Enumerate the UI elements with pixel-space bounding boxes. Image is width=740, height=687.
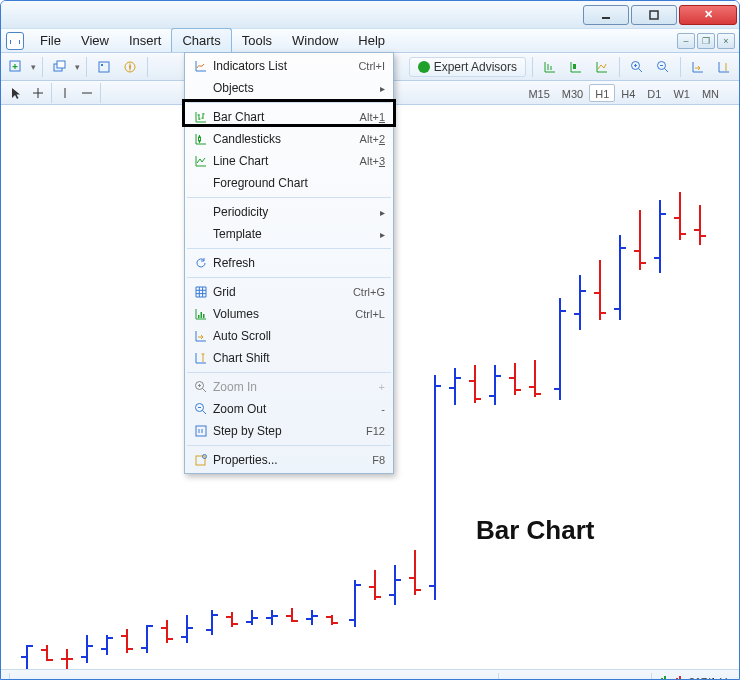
- menu-item[interactable]: Objects: [185, 77, 393, 99]
- menu-item-label: Indicators List: [213, 59, 337, 73]
- svg-rect-14: [198, 315, 200, 318]
- menu-view[interactable]: View: [71, 29, 119, 53]
- menu-item-label: Refresh: [213, 256, 337, 270]
- refresh-icon: [189, 256, 213, 270]
- zoom-in-button[interactable]: [626, 57, 648, 77]
- menu-item-label: Step by Step: [213, 424, 337, 438]
- menu-item-label: Candlesticks: [213, 132, 337, 146]
- menu-file[interactable]: File: [30, 29, 71, 53]
- vline-icon: [59, 87, 71, 99]
- menu-item[interactable]: VolumesCtrl+L: [185, 303, 393, 325]
- menu-item[interactable]: GridCtrl+G: [185, 281, 393, 303]
- menu-hotkey: +: [337, 381, 385, 393]
- menu-item[interactable]: Refresh: [185, 252, 393, 274]
- menu-item[interactable]: Properties...F8: [185, 449, 393, 471]
- ea-label-text: Expert Advisors: [434, 60, 517, 74]
- child-minimize-button[interactable]: –: [677, 33, 695, 49]
- menu-item-label: Line Chart: [213, 154, 337, 168]
- indicators-icon: [189, 59, 213, 73]
- menu-tools[interactable]: Tools: [232, 29, 282, 53]
- menu-item[interactable]: Line ChartAlt+3: [185, 150, 393, 172]
- chartshift-icon: [189, 351, 213, 365]
- menu-item[interactable]: Indicators ListCtrl+I: [185, 55, 393, 77]
- tf-h4[interactable]: H4: [615, 84, 641, 102]
- svg-rect-6: [57, 61, 65, 68]
- menu-item[interactable]: Foreground Chart: [185, 172, 393, 194]
- tf-mn[interactable]: MN: [696, 84, 725, 102]
- svg-rect-16: [203, 314, 205, 318]
- menu-item[interactable]: Zoom Out-: [185, 398, 393, 420]
- menu-hotkey: Alt+2: [337, 133, 385, 145]
- close-button[interactable]: ✕: [679, 5, 737, 25]
- minimize-button[interactable]: [583, 5, 629, 25]
- app-window: ✕ File View Insert Charts Tools Window H…: [0, 0, 740, 680]
- svg-rect-10: [573, 64, 576, 69]
- menu-separator: [187, 372, 391, 373]
- menu-item[interactable]: Chart Shift: [185, 347, 393, 369]
- vline-tool[interactable]: [54, 83, 76, 103]
- svg-rect-8: [101, 64, 103, 66]
- tf-m30[interactable]: M30: [556, 84, 589, 102]
- hline-icon: [81, 87, 93, 99]
- menu-item[interactable]: Periodicity: [185, 201, 393, 223]
- zoom-out-icon: [189, 402, 213, 416]
- menu-hotkey: Ctrl+I: [337, 60, 385, 72]
- connection-text: 317/1 kb: [681, 676, 731, 681]
- plus-icon: [9, 60, 23, 74]
- tf-w1[interactable]: W1: [667, 84, 696, 102]
- connection-status-icon: [652, 676, 681, 681]
- new-chart-button[interactable]: [5, 57, 27, 77]
- candle-chart-button[interactable]: [565, 57, 587, 77]
- svg-rect-0: [602, 17, 610, 19]
- cursor-icon: [10, 87, 22, 99]
- zoom-in-icon: [189, 380, 213, 394]
- bar-chart-icon: [543, 60, 557, 74]
- child-restore-button[interactable]: ❐: [697, 33, 715, 49]
- bar-chart-icon: [189, 110, 213, 124]
- menu-item[interactable]: Template: [185, 223, 393, 245]
- bar-chart-button[interactable]: [539, 57, 561, 77]
- maximize-button[interactable]: [631, 5, 677, 25]
- menu-separator: [187, 445, 391, 446]
- zoom-out-button[interactable]: [652, 57, 674, 77]
- menu-item[interactable]: Auto Scroll: [185, 325, 393, 347]
- chartshift-toggle[interactable]: [713, 57, 735, 77]
- menu-hotkey: F12: [337, 425, 385, 437]
- autoscroll-toggle[interactable]: [687, 57, 709, 77]
- tf-d1[interactable]: D1: [641, 84, 667, 102]
- menu-hotkey: Ctrl+G: [337, 286, 385, 298]
- crosshair-tool[interactable]: [27, 83, 49, 103]
- menu-help[interactable]: Help: [348, 29, 395, 53]
- menu-item[interactable]: Bar ChartAlt+1: [185, 106, 393, 128]
- menu-charts[interactable]: Charts: [171, 28, 231, 52]
- menu-insert[interactable]: Insert: [119, 29, 172, 53]
- tf-m15[interactable]: M15: [522, 84, 555, 102]
- tf-h1[interactable]: H1: [589, 84, 615, 102]
- profiles-button[interactable]: [49, 57, 71, 77]
- menu-item[interactable]: CandlesticksAlt+2: [185, 128, 393, 150]
- line-chart-icon: [189, 154, 213, 168]
- menu-hotkey: F8: [337, 454, 385, 466]
- child-close-button[interactable]: ×: [717, 33, 735, 49]
- line-chart-button[interactable]: [591, 57, 613, 77]
- hline-tool[interactable]: [76, 83, 98, 103]
- compass-icon: [124, 61, 136, 73]
- titlebar: ✕: [1, 1, 739, 29]
- cursor-tool[interactable]: [5, 83, 27, 103]
- navigator-button[interactable]: [119, 57, 141, 77]
- market-watch-button[interactable]: [93, 57, 115, 77]
- menu-hotkey: -: [337, 403, 385, 415]
- menu-item-label: Periodicity: [213, 205, 326, 219]
- menu-separator: [187, 102, 391, 103]
- crosshair-icon: [32, 87, 44, 99]
- chart-overlay-label: Bar Chart: [476, 515, 594, 546]
- menu-hotkey: Ctrl+L: [337, 308, 385, 320]
- chartshift-icon: [717, 60, 731, 74]
- zoom-out-icon: [656, 60, 670, 74]
- menu-item-label: Chart Shift: [213, 351, 337, 365]
- svg-rect-20: [196, 456, 205, 465]
- step-icon: [189, 424, 213, 438]
- expert-advisors-button[interactable]: Expert Advisors: [409, 57, 526, 77]
- menu-window[interactable]: Window: [282, 29, 348, 53]
- menu-item[interactable]: Step by StepF12: [185, 420, 393, 442]
